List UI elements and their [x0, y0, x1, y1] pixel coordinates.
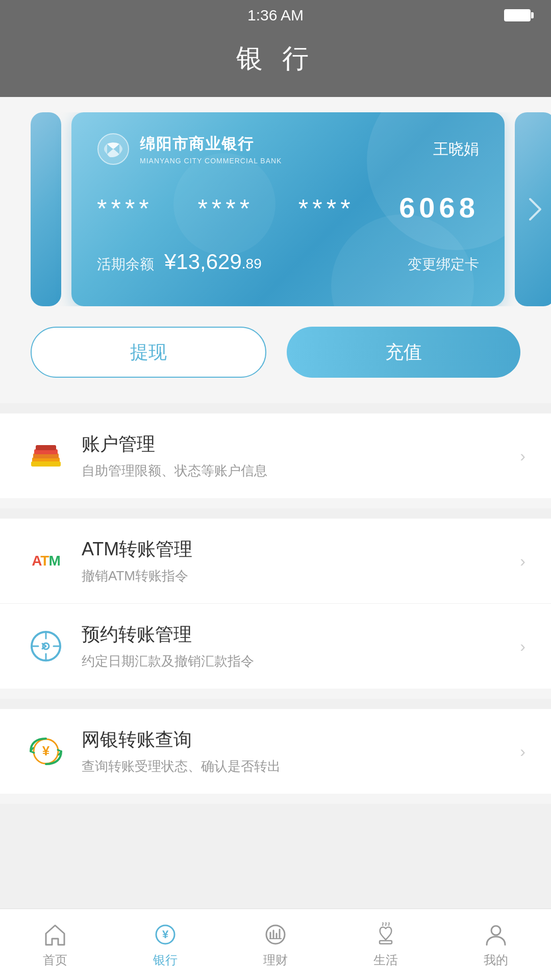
- svg-rect-17: [380, 941, 392, 944]
- bank-name-cn: 绵阳市商业银行: [140, 134, 282, 155]
- online-transfer-icon: ¥: [28, 733, 64, 769]
- menu-section-2: ATM ATM转账管理 撤销ATM转账指令 › 预约转账管理 约定日期汇款及撤销…: [0, 519, 551, 689]
- bottom-navigation: 首页 ¥ 银行 理财: [0, 909, 551, 980]
- scheduled-title: 预约转账管理: [82, 622, 520, 647]
- svg-rect-5: [36, 445, 56, 450]
- balance-amount: ¥13,629: [164, 250, 242, 274]
- battery-icon: [504, 9, 531, 21]
- status-time: 1:36 AM: [247, 7, 304, 24]
- card-header-row: 绵阳市商业银行 MIANYANG CITY COMMERCIAL BANK 王晓…: [97, 133, 479, 165]
- online-icon: ¥: [26, 731, 66, 772]
- account-text-area: 账户管理 自助管理限额、状态等账户信息: [82, 432, 520, 480]
- balance-symbol: ¥: [164, 250, 176, 274]
- svg-point-16: [266, 925, 285, 944]
- page-title: 银 行: [236, 43, 315, 73]
- menu-section-1: 账户管理 自助管理限额、状态等账户信息 ›: [0, 413, 551, 498]
- finance-icon: [262, 921, 289, 948]
- nav-label-finance: 理财: [263, 952, 288, 968]
- section-divider-3: [0, 794, 551, 804]
- nav-label-home: 首页: [43, 952, 67, 968]
- nav-label-mine: 我的: [484, 952, 508, 968]
- card-scroll: 绵阳市商业银行 MIANYANG CITY COMMERCIAL BANK 王晓…: [0, 112, 551, 306]
- account-subtitle: 自助管理限额、状态等账户信息: [82, 462, 520, 480]
- account-arrow-icon: ›: [520, 447, 525, 465]
- menu-item-online[interactable]: ¥ 网银转账查询 查询转账受理状态、确认是否转出 ›: [0, 709, 551, 794]
- nav-label-bank: 银行: [153, 952, 178, 968]
- card-number: **** **** **** 6068: [97, 191, 479, 224]
- atm-subtitle: 撤销ATM转账指令: [82, 567, 520, 585]
- atm-title: ATM转账管理: [82, 537, 520, 562]
- page-bottom-padding: [0, 804, 551, 886]
- change-card-btn[interactable]: 变更绑定卡: [408, 255, 479, 274]
- scheduled-subtitle: 约定日期汇款及撤销汇款指令: [82, 652, 520, 670]
- card-bottom-row: 活期余额 ¥13,629 .89 变更绑定卡: [97, 250, 479, 274]
- balance-cents: .89: [242, 256, 262, 272]
- menu-item-atm[interactable]: ATM ATM转账管理 撤销ATM转账指令 ›: [0, 519, 551, 604]
- bank-name-area: 绵阳市商业银行 MIANYANG CITY COMMERCIAL BANK: [140, 134, 282, 165]
- scheduled-text-area: 预约转账管理 约定日期汇款及撤销汇款指令: [82, 622, 520, 670]
- bank-logo-icon: [97, 133, 130, 165]
- svg-text:¥: ¥: [42, 743, 50, 758]
- card-user-name: 王晓娟: [433, 139, 479, 160]
- scheduled-arrow-icon: ›: [520, 637, 525, 656]
- account-icon: [26, 435, 66, 476]
- svg-text:¥: ¥: [162, 928, 169, 941]
- right-chevron-icon: [528, 197, 543, 222]
- card-area: 绵阳市商业银行 MIANYANG CITY COMMERCIAL BANK 王晓…: [0, 97, 551, 403]
- atm-arrow-icon: ›: [520, 552, 525, 571]
- scheduled-icon: [26, 626, 66, 667]
- bank-card[interactable]: 绵阳市商业银行 MIANYANG CITY COMMERCIAL BANK 王晓…: [71, 112, 505, 306]
- atm-text-icon: ATM: [32, 553, 60, 569]
- header: 银 行: [0, 31, 551, 97]
- bank-nav-icon: ¥: [152, 921, 179, 948]
- recharge-button[interactable]: 充值: [287, 327, 520, 378]
- card-partial-left: [31, 112, 61, 306]
- nav-item-life[interactable]: 生活: [331, 909, 441, 980]
- section-divider-1: [0, 498, 551, 508]
- menu-item-scheduled[interactable]: 预约转账管理 约定日期汇款及撤销汇款指令 ›: [0, 604, 551, 689]
- svg-rect-3: [31, 461, 61, 467]
- mine-icon: [483, 921, 509, 948]
- online-arrow-icon: ›: [520, 742, 525, 761]
- online-title: 网银转账查询: [82, 727, 520, 752]
- menu-section-3: ¥ 网银转账查询 查询转账受理状态、确认是否转出 ›: [0, 709, 551, 794]
- nav-item-home[interactable]: 首页: [0, 909, 110, 980]
- nav-item-bank[interactable]: ¥ 银行: [110, 909, 220, 980]
- card-number-masked: **** **** **** 6068: [97, 194, 479, 223]
- section-divider-2: [0, 689, 551, 699]
- online-subtitle: 查询转账受理状态、确认是否转出: [82, 757, 520, 775]
- nav-label-life: 生活: [373, 952, 398, 968]
- home-icon: [42, 921, 68, 948]
- online-text-area: 网银转账查询 查询转账受理状态、确认是否转出: [82, 727, 520, 775]
- balance-label: 活期余额: [97, 255, 154, 274]
- life-icon: [372, 921, 399, 948]
- account-title: 账户管理: [82, 432, 520, 457]
- bank-logo-area: 绵阳市商业银行 MIANYANG CITY COMMERCIAL BANK: [97, 133, 282, 165]
- scheduled-transfer-icon: [28, 628, 64, 664]
- bank-name-en: MIANYANG CITY COMMERCIAL BANK: [140, 157, 282, 165]
- nav-item-mine[interactable]: 我的: [441, 909, 551, 980]
- atm-icon: ATM: [26, 541, 66, 581]
- card-partial-right: [515, 112, 551, 306]
- withdraw-button[interactable]: 提现: [31, 327, 266, 378]
- action-buttons: 提现 充值: [0, 306, 551, 403]
- nav-item-finance[interactable]: 理财: [220, 909, 331, 980]
- status-bar: 1:36 AM: [0, 0, 551, 31]
- balance-main: 13,629: [176, 250, 241, 274]
- menu-item-account[interactable]: 账户管理 自助管理限额、状态等账户信息 ›: [0, 413, 551, 498]
- card-last-four: 6068: [399, 191, 479, 224]
- account-management-icon: [28, 438, 64, 474]
- svg-point-18: [491, 926, 500, 935]
- atm-text-area: ATM转账管理 撤销ATM转账指令: [82, 537, 520, 585]
